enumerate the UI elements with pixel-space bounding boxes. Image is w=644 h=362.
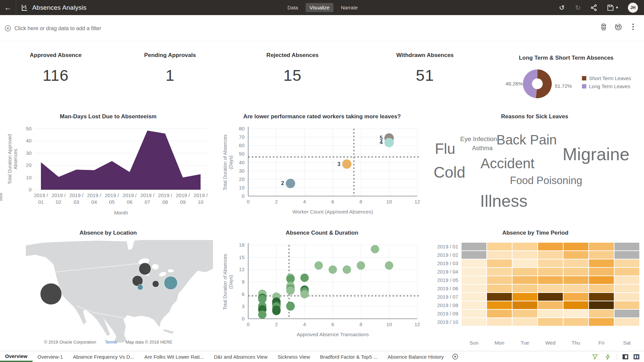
scatter-bubble[interactable] (371, 245, 379, 253)
cloud-word[interactable]: Accident (480, 156, 534, 172)
donut-slice[interactable] (536, 69, 552, 98)
canvas-tab-absence-balance[interactable]: Absence Balance History (382, 351, 449, 362)
scatter-bubble[interactable] (272, 307, 281, 315)
add-filter-prompt[interactable]: Click here or drag data to add a filter (5, 25, 101, 32)
limit-values-icon[interactable] (600, 23, 607, 31)
scatter-bubble[interactable] (384, 138, 394, 147)
legend-item-short-term[interactable]: Short Term Leaves (582, 75, 631, 81)
scatter-bubble[interactable] (357, 261, 365, 270)
area-chart-man-days[interactable]: Man-Days Lost Due to Absenteeism 0102030… (7, 111, 210, 221)
heatmap-cell[interactable] (564, 251, 588, 259)
scatter-bubble[interactable] (301, 290, 309, 298)
area-chart-canvas[interactable]: 010203040502019 /012019 /022019 /032019 … (7, 111, 210, 223)
heatmap-cell[interactable] (564, 276, 588, 284)
heatmap-cell[interactable] (462, 259, 486, 267)
heatmap-cell[interactable] (513, 285, 537, 292)
kebab-menu-icon[interactable] (629, 23, 637, 31)
cloud-word[interactable]: Migraine (562, 144, 629, 164)
heatmap-cell[interactable] (564, 293, 588, 301)
heatmap-cell[interactable] (487, 301, 512, 309)
heatmap-cell[interactable] (513, 293, 537, 301)
cloud-word[interactable]: Back Pain (496, 132, 557, 147)
heatmap-cell[interactable] (614, 268, 639, 276)
kpi-rejected-absences[interactable]: Rejected Absences 15 (249, 52, 336, 84)
heatmap-cell[interactable] (564, 243, 588, 250)
heatmap-cell[interactable] (589, 268, 614, 276)
scatter-bubble[interactable] (258, 310, 267, 319)
heatmap-cell[interactable] (538, 251, 563, 259)
canvas-tab-overview[interactable]: Overview (0, 351, 33, 362)
heatmap-cell[interactable] (462, 285, 486, 292)
avatar[interactable]: JH (628, 3, 638, 13)
heatmap-cell[interactable] (614, 259, 639, 267)
heatmap-cell[interactable] (538, 259, 563, 267)
heatmap-cell[interactable] (589, 243, 614, 250)
scatter-bubble[interactable] (286, 179, 295, 188)
heatmap-cell[interactable] (564, 310, 588, 317)
map-bubble[interactable] (138, 285, 143, 290)
heatmap-time-period[interactable]: Absence by Time Period 2019 / 012019 / 0… (429, 227, 641, 347)
area-series[interactable] (41, 130, 201, 190)
heatmap-cell[interactable] (589, 310, 614, 317)
save-icon[interactable]: ▼ (606, 4, 619, 11)
cloud-word[interactable]: Cold (434, 163, 466, 181)
heatmap-canvas[interactable]: 2019 / 012019 / 022019 / 032019 / 042019… (429, 227, 641, 347)
canvas-tab-bradford-factor[interactable]: Bradford Factor & Top5 ... (315, 351, 382, 362)
donut-long-short-term[interactable]: Long Term & Short Term Absences 48.28% 5… (488, 52, 644, 107)
back-button[interactable]: ← (0, 0, 16, 15)
heatmap-cell[interactable] (538, 268, 563, 276)
heatmap-cell[interactable] (487, 268, 512, 276)
auto-apply-icon[interactable] (604, 353, 611, 361)
heatmap-cell[interactable] (513, 268, 537, 276)
scatter-bubble[interactable] (315, 261, 323, 270)
heatmap-cell[interactable] (614, 285, 639, 292)
scatter-chart-canvas[interactable]: 010203040506070800246810122354Worker Cou… (221, 111, 423, 223)
heatmap-cell[interactable] (564, 268, 588, 276)
heatmap-cell[interactable] (513, 243, 537, 250)
heatmap-cell[interactable] (589, 285, 614, 292)
heatmap-cell[interactable] (462, 243, 486, 250)
cloud-word[interactable]: Asthma (472, 145, 492, 152)
heatmap-cell[interactable] (538, 310, 563, 317)
map-absence-by-location[interactable]: Absence by Location © 2019 Oracle Corpor… (7, 227, 210, 347)
heatmap-cell[interactable] (462, 251, 486, 259)
scatter-count-duration[interactable]: Absence Count & Duration 036912151802468… (221, 227, 423, 347)
heatmap-cell[interactable] (513, 276, 537, 284)
heatmap-cell[interactable] (614, 243, 639, 250)
heatmap-cell[interactable] (487, 276, 512, 284)
kpi-pending-approvals[interactable]: Pending Approvals 1 (126, 52, 214, 84)
heatmap-cell[interactable] (487, 251, 512, 259)
heatmap-cell[interactable] (614, 276, 639, 284)
heatmap-cell[interactable] (589, 251, 614, 259)
heatmap-cell[interactable] (614, 310, 639, 317)
cloud-word[interactable]: Food Poisoning (510, 175, 582, 187)
wordcloud-canvas[interactable]: FluEye InfectionAsthmaBack PainMigraineA… (429, 111, 640, 221)
scatter-bubble[interactable] (286, 286, 295, 295)
heatmap-cell[interactable] (589, 276, 614, 284)
heatmap-cell[interactable] (487, 293, 512, 301)
scatter-performance-leaves[interactable]: Are lower performance rated workers taki… (221, 111, 423, 221)
heatmap-cell[interactable] (487, 285, 512, 292)
wordcloud-sick-leaves[interactable]: Reasons for Sick Leaves FluEye Infection… (429, 111, 640, 221)
map-bubble[interactable] (40, 283, 62, 305)
scatter-bubble[interactable] (385, 261, 393, 270)
legend-item-long-term[interactable]: Long Term Leaves (582, 83, 630, 89)
cloud-word[interactable]: Illness (480, 191, 528, 211)
canvas-tab-overview-1[interactable]: Overview-1 (33, 351, 68, 362)
share-icon[interactable] (590, 4, 598, 11)
heatmap-cell[interactable] (564, 318, 588, 326)
heatmap-cell[interactable] (462, 276, 486, 284)
scatter-bubble[interactable] (342, 160, 352, 169)
layout-left-icon[interactable] (623, 354, 628, 359)
heatmap-cell[interactable] (462, 301, 486, 309)
heatmap-cell[interactable] (487, 318, 512, 326)
heatmap-cell[interactable] (538, 301, 563, 309)
heatmap-cell[interactable] (564, 301, 588, 309)
heatmap-cell[interactable] (513, 310, 537, 317)
heatmap-cell[interactable] (462, 310, 486, 317)
heatmap-cell[interactable] (487, 310, 512, 317)
heatmap-cell[interactable] (538, 285, 563, 292)
cloud-word[interactable]: Eye Infection (460, 135, 497, 143)
scatter-bubble[interactable] (301, 274, 309, 282)
heatmap-cell[interactable] (614, 293, 639, 301)
